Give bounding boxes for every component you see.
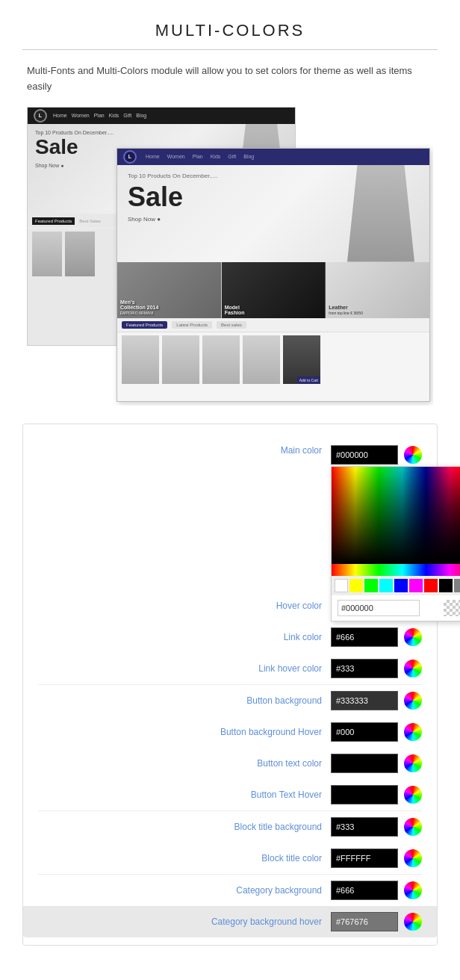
- collection-label-model: ModelFashion: [225, 305, 245, 315]
- color-picker-icon-block-title-color[interactable]: [404, 849, 422, 867]
- screenshot-section: L Home Women Plan Kids Gift Blog Top 10 …: [27, 107, 433, 406]
- swatch-blue[interactable]: [394, 579, 408, 592]
- label-category-background-hover: Category background hover: [202, 917, 322, 927]
- swatch-magenta[interactable]: [409, 579, 423, 592]
- product-image-3: [202, 335, 240, 384]
- swatch-yellow[interactable]: [349, 579, 363, 592]
- color-row-category-bg: Category background #666: [23, 875, 437, 906]
- collection-label-leather: Leatherfrom top line € 36/50: [329, 305, 363, 315]
- color-picker-icon-link[interactable]: [404, 628, 422, 646]
- add-to-cart-btn[interactable]: Add to Cart: [297, 376, 320, 384]
- label-link-color: Link color: [202, 632, 322, 642]
- swatch-gray[interactable]: [454, 579, 460, 592]
- nav-item: Gift: [123, 113, 131, 118]
- product-image-2: [162, 335, 199, 384]
- color-picker-icon-btn-text[interactable]: [404, 754, 422, 772]
- color-row-block-title-bg: Block title background #333: [23, 811, 437, 843]
- label-category-background: Category background: [202, 885, 322, 896]
- swatch-white[interactable]: [335, 579, 348, 592]
- color-row-link-hover: Link hover color #333: [23, 653, 437, 684]
- best-sales-back: Best Sales: [79, 219, 101, 223]
- product-image-4: [243, 335, 280, 384]
- color-row-category-bg-hover: Category background hover #767676: [23, 906, 437, 937]
- browser-bar-front: L Home Women Plan Kids Gift Blog: [117, 149, 429, 165]
- input-category-background-hover[interactable]: #767676: [331, 912, 398, 931]
- hero-front: Top 10 Products On December..... Sale Sh…: [117, 165, 429, 262]
- block-title-color-value: #FFFFFF: [336, 854, 370, 863]
- hue-slider[interactable]: [332, 564, 460, 576]
- input-block-title-background[interactable]: #333: [331, 817, 398, 837]
- tab-featured[interactable]: Featured Products: [122, 321, 167, 329]
- input-link-hover-color[interactable]: #333: [331, 659, 398, 678]
- featured-label-back: Featured Products: [32, 217, 75, 225]
- product-tabs-front: Featured Products Latest Products Best s…: [117, 318, 429, 332]
- color-picker-icon-main[interactable]: [404, 446, 422, 464]
- input-link-color[interactable]: #666: [331, 627, 398, 647]
- nav-item: Plan: [94, 113, 105, 118]
- color-picker-icon-category-bg-hover[interactable]: [404, 913, 422, 931]
- product-thumb-back: [65, 232, 95, 276]
- category-background-hover-value: #767676: [336, 917, 368, 926]
- shop-now-back: Shop Now ●: [35, 163, 63, 168]
- shop-now-front: Shop Now ●: [128, 216, 161, 223]
- nav-item: Gift: [228, 154, 236, 159]
- color-picker-icon-btn-text-hover[interactable]: [404, 786, 422, 804]
- label-link-hover-color: Link hover color: [202, 663, 322, 674]
- browser-nav-front: Home Women Plan Kids Gift Blog: [146, 154, 254, 159]
- top-products-front: Top 10 Products On December.....: [128, 173, 218, 179]
- input-button-text-hover[interactable]: [331, 785, 398, 804]
- product-image-1: [122, 335, 159, 384]
- category-background-value: #666: [336, 886, 354, 895]
- input-button-background[interactable]: #333333: [331, 691, 398, 710]
- color-row-btn-text: Button text color: [23, 748, 437, 779]
- product-row-front: Add to Cart: [117, 332, 429, 387]
- color-picker-icon-block-title-bg[interactable]: [404, 818, 422, 836]
- color-picker-icon-category-bg[interactable]: [404, 881, 422, 899]
- color-row-btn-bg-hover: Button background Hover #000: [23, 716, 437, 748]
- hue-overlay: [332, 467, 460, 564]
- tab-best-sales[interactable]: Best sales: [217, 321, 246, 329]
- label-button-background-hover: Button background Hover: [202, 727, 322, 737]
- nav-item: Kids: [109, 113, 119, 118]
- collection-label-mens: Men'sCollection 2014EMPORIO ARMANI: [120, 300, 158, 315]
- label-block-title-color: Block title color: [202, 853, 322, 863]
- screenshot-front: L Home Women Plan Kids Gift Blog Top 10 …: [116, 148, 430, 402]
- nav-item: Blog: [243, 154, 254, 159]
- input-block-title-color[interactable]: #FFFFFF: [331, 849, 398, 868]
- swatch-red[interactable]: [424, 579, 438, 592]
- page-title: MULTI-COLORS: [22, 0, 438, 50]
- browser-nav-back: Home Women Plan Kids Gift Blog: [53, 113, 146, 118]
- input-button-text-color[interactable]: [331, 754, 398, 773]
- color-row-main: Main color #000000: [23, 439, 437, 465]
- hex-row: [332, 595, 460, 621]
- color-picker-icon-btn-bg-hover[interactable]: [404, 723, 422, 741]
- browser-logo-front: L: [123, 150, 137, 164]
- color-picker-icon-link-hover[interactable]: [404, 660, 422, 677]
- tab-latest[interactable]: Latest Products: [172, 321, 212, 329]
- input-main-color[interactable]: #000000: [331, 445, 398, 465]
- color-gradient[interactable]: [332, 467, 460, 564]
- block-title-background-value: #333: [336, 822, 354, 831]
- link-hover-color-value: #333: [336, 664, 354, 673]
- browser-bar-back: L Home Women Plan Kids Gift Blog: [28, 108, 295, 124]
- checkerboard: [444, 600, 460, 616]
- hex-input[interactable]: [338, 600, 420, 616]
- sale-text-back: Sale: [35, 135, 78, 159]
- color-picker-icon-btn-bg[interactable]: [404, 692, 422, 710]
- swatch-black[interactable]: [439, 579, 453, 592]
- nav-item: Plan: [193, 154, 203, 159]
- link-color-value: #666: [336, 633, 354, 642]
- label-main-color: Main color: [202, 445, 322, 456]
- swatch-green[interactable]: [364, 579, 378, 592]
- input-button-background-hover[interactable]: #000: [331, 722, 398, 742]
- input-category-background[interactable]: #666: [331, 881, 398, 900]
- label-block-title-background: Block title background: [202, 822, 322, 832]
- collection-item-model: ModelFashion: [222, 262, 326, 318]
- nav-item: Home: [53, 113, 67, 118]
- swatches-row: [332, 576, 460, 595]
- nav-item: Kids: [211, 154, 221, 159]
- button-background-value: #333333: [336, 696, 368, 705]
- swatch-cyan[interactable]: [379, 579, 393, 592]
- collection-item-leather: Leatherfrom top line € 36/50: [326, 262, 429, 318]
- label-button-text-color: Button text color: [202, 758, 322, 769]
